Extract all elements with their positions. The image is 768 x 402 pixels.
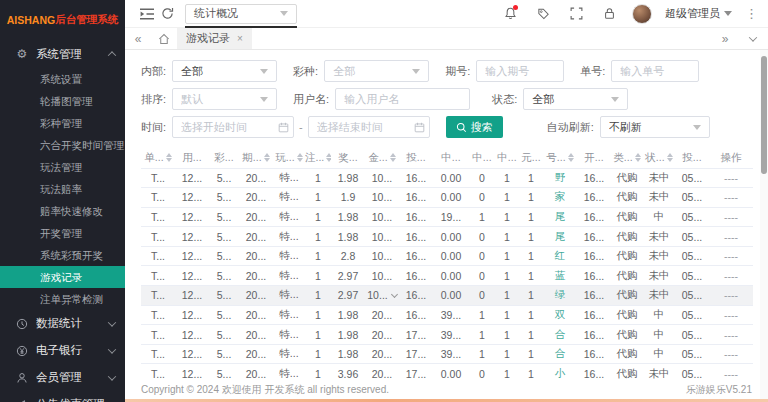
close-icon[interactable]: × — [237, 33, 243, 44]
fullscreen-icon[interactable] — [566, 4, 586, 24]
vertical-scrollbar-thumb[interactable] — [761, 56, 767, 174]
cell: 尾 — [543, 227, 577, 247]
status-select[interactable]: 全部 — [523, 88, 628, 110]
sidebar-group-0[interactable]: 数据统计 — [0, 310, 125, 337]
sidebar-group-label: 数据统计 — [36, 316, 109, 331]
sidebar-group-1[interactable]: 电子银行 — [0, 337, 125, 364]
cell: 1 — [495, 286, 519, 306]
user-menu[interactable]: 超级管理员 — [665, 6, 732, 21]
scroll-tabs-left-icon[interactable]: « — [125, 28, 151, 49]
table-row-4[interactable]: T...12...5...20...特...12.810...16...0.00… — [141, 246, 753, 266]
issue-input[interactable] — [476, 60, 564, 82]
home-icon[interactable] — [151, 28, 177, 49]
sidebar-item-0[interactable]: 系统设置 — [0, 68, 125, 90]
table-row-7[interactable]: T...12...5...20...特...11.9820...16...39.… — [141, 305, 753, 325]
sort-icon[interactable] — [264, 153, 270, 162]
sidebar-item-5[interactable]: 玩法赔率 — [0, 178, 125, 200]
cell: 1 — [495, 207, 519, 227]
sidebar-item-8[interactable]: 系统彩预开奖 — [0, 244, 125, 266]
column-header-4[interactable]: 玩... — [273, 148, 305, 168]
sort-icon[interactable] — [297, 153, 303, 162]
table-row-9[interactable]: T...12...5...20...特...11.9820...17...39.… — [141, 344, 753, 364]
cell: 0.00 — [433, 227, 469, 247]
sort-select[interactable]: 默认 — [172, 88, 277, 110]
sidebar-item-2[interactable]: 彩种管理 — [0, 112, 125, 134]
sidebar-item-7[interactable]: 开奖管理 — [0, 222, 125, 244]
cell: 16... — [399, 305, 433, 325]
cell: 1 — [469, 344, 495, 364]
internal-select[interactable]: 全部 — [172, 60, 277, 82]
search-button[interactable]: 搜索 — [446, 116, 503, 138]
sidebar-group-2[interactable]: 会员管理 — [0, 364, 125, 391]
tag-icon[interactable] — [533, 4, 553, 24]
sidebar-group-system[interactable]: ⚙ 系统管理 — [0, 40, 125, 68]
sort-icon[interactable] — [568, 153, 574, 162]
sidebar-item-6[interactable]: 赔率快速修改 — [0, 200, 125, 222]
module-select[interactable]: 统计概况 — [185, 4, 297, 24]
column-header-15[interactable]: 类... — [611, 148, 643, 168]
sidebar-item-10[interactable]: 注单异常检测 — [0, 288, 125, 310]
username-input[interactable] — [335, 88, 470, 110]
auto-refresh-select[interactable]: 不刷新 — [600, 116, 710, 138]
sidebar-item-1[interactable]: 轮播图管理 — [0, 90, 125, 112]
cell: 20... — [239, 188, 273, 208]
cell: 代购 — [611, 286, 643, 306]
column-header-0[interactable]: 单... — [141, 148, 175, 168]
table-row-0[interactable]: T...12...5...20...特...11.9810...16...0.0… — [141, 168, 753, 188]
column-header-13[interactable]: 号... — [543, 148, 577, 168]
table-row-2[interactable]: T...12...5...20...特...11.9810...16...19.… — [141, 207, 753, 227]
tab-options-chevron-icon[interactable] — [738, 28, 768, 49]
end-time-input[interactable] — [308, 116, 430, 138]
sort-icon[interactable] — [635, 153, 641, 162]
column-header-3[interactable]: 期... — [239, 148, 273, 168]
cell: 05... — [675, 168, 709, 188]
cell: 05... — [675, 305, 709, 325]
sidebar-item-4[interactable]: 玩法管理 — [0, 156, 125, 178]
app-logo: AISHANG后台管理系统 — [0, 0, 125, 40]
cell: T... — [141, 227, 175, 247]
table-row-8[interactable]: T...12...5...20...特...11.9820...17...39.… — [141, 325, 753, 345]
table-row-5[interactable]: T...12...5...20...特...12.9710...16...0.0… — [141, 266, 753, 286]
start-time-input[interactable] — [172, 116, 294, 138]
vertical-scrollbar-track[interactable] — [760, 50, 768, 399]
cell: 5... — [209, 266, 239, 286]
user-avatar[interactable] — [632, 4, 652, 24]
column-header-16[interactable]: 状... — [643, 148, 675, 168]
sidebar-item-3[interactable]: 六合开奖时间管理 — [0, 134, 125, 156]
cell: 未中 — [643, 266, 675, 286]
table-row-1[interactable]: T...12...5...20...特...11.910...16...0.00… — [141, 188, 753, 208]
refresh-icon[interactable] — [157, 4, 177, 24]
tab-game-records[interactable]: 游戏记录 × — [177, 28, 252, 49]
column-header-5[interactable]: 注... — [305, 148, 331, 168]
sidebar-group-3[interactable]: 公告优惠管理 — [0, 391, 125, 402]
cell: 1 — [469, 207, 495, 227]
table-header-row: 单...用...彩...期...玩...注...奖...金...投...中...… — [141, 148, 753, 168]
cell: 0 — [469, 168, 495, 188]
expand-chevron-icon[interactable] — [391, 291, 398, 298]
cell: 0 — [469, 227, 495, 247]
time-range-separator: - — [299, 121, 303, 133]
sort-icon[interactable] — [326, 153, 331, 162]
lock-icon[interactable] — [599, 4, 619, 24]
sort-icon[interactable] — [390, 153, 396, 162]
sidebar-item-9-active[interactable]: 游戏记录 — [0, 266, 125, 288]
status-label: 状态: — [492, 92, 517, 107]
cell: T... — [141, 246, 175, 266]
lottery-select[interactable]: 全部 — [324, 60, 429, 82]
collapse-menu-icon[interactable] — [137, 4, 157, 24]
column-header-7[interactable]: 金... — [365, 148, 399, 168]
table-row-3[interactable]: T...12...5...20...特...11.9810...16...0.0… — [141, 227, 753, 247]
cell: 1 — [519, 286, 543, 306]
order-no-input[interactable] — [611, 60, 699, 82]
scroll-tabs-right-icon[interactable]: » — [712, 28, 738, 49]
cell: 1 — [519, 246, 543, 266]
more-options-icon[interactable]: ⋮ — [745, 6, 758, 21]
cell: 17... — [399, 344, 433, 364]
cell: 1 — [519, 227, 543, 247]
cell: T... — [141, 325, 175, 345]
table-row-6[interactable]: T...12...5...20...特...12.9710...16...0.0… — [141, 286, 753, 306]
cell: 05... — [675, 188, 709, 208]
sort-icon[interactable] — [166, 153, 172, 162]
notifications-bell-icon[interactable] — [500, 4, 520, 24]
sort-icon[interactable] — [667, 153, 673, 162]
